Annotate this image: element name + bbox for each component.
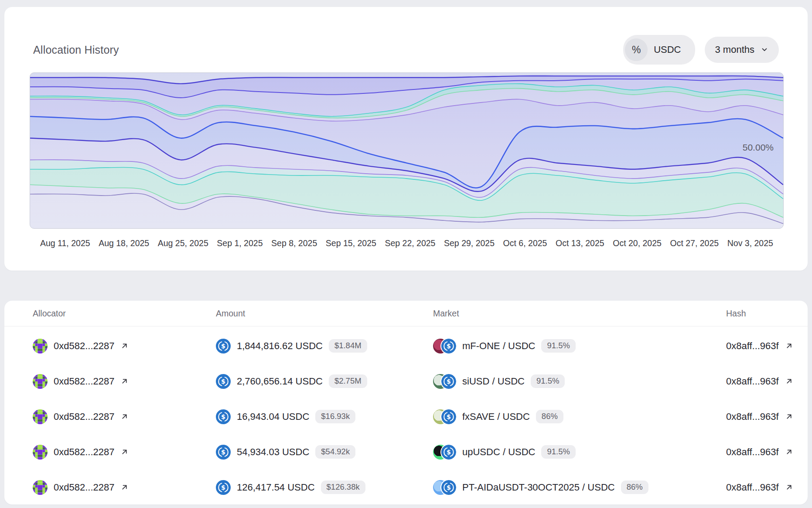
allocator-avatar-icon	[33, 445, 48, 460]
table-body: 0xd582...2287$1,844,816.62 USDC$1.84M$mF…	[4, 326, 808, 505]
column-header-allocator: Allocator	[33, 309, 216, 319]
market-cell[interactable]: $mF-ONE / USDC91.5%	[433, 339, 726, 354]
hash-cell[interactable]: 0x8aff...963f	[726, 446, 793, 458]
allocator-cell[interactable]: 0xd582...2287	[33, 480, 216, 495]
hash-cell[interactable]: 0x8aff...963f	[726, 482, 793, 493]
amount-usd-badge: $2.75M	[329, 374, 367, 388]
table-header: AllocatorAmountMarketHash	[4, 301, 808, 326]
external-link-icon	[785, 483, 793, 491]
svg-text:$: $	[447, 343, 451, 350]
table-row[interactable]: 0xd582...2287$2,760,656.14 USDC$2.75M$si…	[4, 364, 808, 399]
market-allocation-badge: 91.5%	[541, 445, 575, 459]
usdc-icon: $	[216, 480, 231, 495]
allocation-history-card: Allocation History % USDC 3 months 50	[4, 7, 808, 271]
hash-cell[interactable]: 0x8aff...963f	[726, 340, 793, 352]
market-cell[interactable]: $upUSDC / USDC91.5%	[433, 445, 726, 460]
usdc-icon: $	[441, 480, 456, 495]
x-axis-label: Sep 15, 2025	[326, 238, 376, 248]
market-icon-pair: $	[433, 445, 456, 460]
external-link-icon	[120, 342, 129, 350]
unit-toggle[interactable]: % USDC	[623, 35, 695, 65]
allocator-address: 0xd582...2287	[54, 411, 114, 422]
x-axis-label: Oct 20, 2025	[613, 238, 662, 248]
external-link-icon	[785, 448, 793, 456]
allocator-avatar-icon	[33, 339, 48, 354]
svg-text:$: $	[447, 449, 451, 456]
x-axis-label: Aug 18, 2025	[99, 238, 149, 248]
hash-cell[interactable]: 0x8aff...963f	[726, 376, 793, 387]
market-icon-pair: $	[433, 480, 456, 495]
table-row[interactable]: 0xd582...2287$1,844,816.62 USDC$1.84M$mF…	[4, 328, 808, 364]
time-range-dropdown[interactable]: 3 months	[705, 37, 779, 63]
svg-text:$: $	[221, 484, 225, 491]
x-axis-label: Oct 27, 2025	[670, 238, 719, 248]
chevron-down-icon	[761, 46, 768, 54]
hash-cell[interactable]: 0x8aff...963f	[726, 411, 793, 422]
svg-text:$: $	[447, 378, 451, 385]
external-link-icon	[785, 377, 793, 385]
table-row[interactable]: 0xd582...2287$54,934.03 USDC$54.92k$upUS…	[4, 434, 808, 470]
table-row[interactable]: 0xd582...2287$126,417.54 USDC$126.38k$PT…	[4, 470, 808, 505]
percent-icon: %	[632, 44, 641, 56]
x-axis-label: Sep 8, 2025	[271, 238, 317, 248]
hash-value: 0x8aff...963f	[726, 482, 779, 493]
x-axis-label: Aug 11, 2025	[40, 238, 90, 248]
external-link-icon	[785, 342, 793, 350]
amount-value: 16,943.04 USDC	[237, 411, 309, 422]
market-icon-pair: $	[433, 339, 456, 354]
allocator-cell[interactable]: 0xd582...2287	[33, 339, 216, 354]
amount-value: 2,760,656.14 USDC	[237, 376, 323, 387]
amount-usd-badge: $54.92k	[315, 445, 355, 459]
allocator-cell[interactable]: 0xd582...2287	[33, 409, 216, 424]
hash-value: 0x8aff...963f	[726, 376, 779, 387]
chart-card-header: Allocation History % USDC 3 months	[33, 37, 779, 63]
external-link-icon	[120, 448, 129, 456]
amount-cell: $1,844,816.62 USDC$1.84M	[216, 339, 433, 354]
table-row[interactable]: 0xd582...2287$16,943.04 USDC$16.93k$fxSA…	[4, 399, 808, 434]
midline-percent-label: 50.00%	[743, 142, 774, 153]
amount-usd-badge: $1.84M	[329, 339, 367, 353]
amount-cell: $126,417.54 USDC$126.38k	[216, 480, 433, 495]
page: Allocation History % USDC 3 months 50	[0, 0, 812, 508]
allocator-cell[interactable]: 0xd582...2287	[33, 445, 216, 460]
amount-value: 126,417.54 USDC	[237, 482, 315, 493]
stream-chart-canvas	[30, 73, 783, 228]
amount-value: 1,844,816.62 USDC	[237, 340, 323, 352]
allocator-address: 0xd582...2287	[54, 340, 114, 352]
x-axis-label: Oct 13, 2025	[556, 238, 604, 248]
column-header-hash: Hash	[726, 309, 790, 319]
external-link-icon	[120, 483, 129, 491]
hash-value: 0x8aff...963f	[726, 446, 779, 458]
allocator-address: 0xd582...2287	[54, 446, 114, 458]
usdc-icon: $	[441, 445, 456, 460]
allocator-avatar-icon	[33, 409, 48, 424]
x-axis: Aug 11, 2025Aug 18, 2025Aug 25, 2025Sep …	[30, 238, 784, 248]
usdc-icon: $	[441, 339, 456, 354]
svg-text:$: $	[447, 484, 451, 491]
x-axis-label: Oct 6, 2025	[503, 238, 547, 248]
allocator-address: 0xd582...2287	[54, 376, 114, 387]
allocation-stream-chart[interactable]: 50.00%	[30, 72, 784, 229]
market-name: mF-ONE / USDC	[462, 340, 535, 352]
market-allocation-badge: 91.5%	[541, 339, 575, 353]
usdc-icon: $	[216, 374, 231, 389]
allocator-cell[interactable]: 0xd582...2287	[33, 374, 216, 389]
percent-toggle-option[interactable]: %	[625, 38, 648, 61]
market-cell[interactable]: $fxSAVE / USDC86%	[433, 409, 726, 424]
allocator-address: 0xd582...2287	[54, 482, 114, 493]
market-name: fxSAVE / USDC	[462, 411, 530, 422]
amount-usd-badge: $16.93k	[315, 410, 355, 423]
column-header-amount: Amount	[216, 309, 433, 319]
amount-cell: $54,934.03 USDC$54.92k	[216, 445, 433, 460]
market-cell[interactable]: $PT-AIDaUSDT-30OCT2025 / USDC86%	[433, 480, 726, 495]
allocations-table-card: AllocatorAmountMarketHash 0xd582...2287$…	[4, 301, 808, 505]
column-header-market: Market	[433, 309, 726, 319]
chart-controls: % USDC 3 months	[623, 35, 779, 65]
market-cell[interactable]: $siUSD / USDC91.5%	[433, 374, 726, 389]
x-axis-label: Sep 22, 2025	[385, 238, 435, 248]
time-range-value: 3 months	[715, 44, 755, 55]
market-name: siUSD / USDC	[462, 376, 525, 387]
x-axis-label: Aug 25, 2025	[158, 238, 208, 248]
market-allocation-badge: 91.5%	[531, 374, 565, 388]
usdc-toggle-option[interactable]: USDC	[654, 44, 693, 55]
